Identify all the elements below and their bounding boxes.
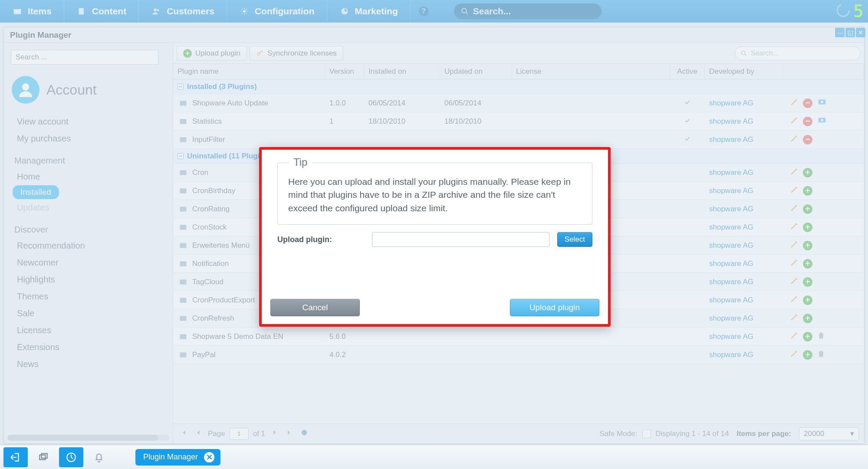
grid-group-row[interactable]: −Installed (3 Plugins) [173, 79, 864, 94]
install-icon[interactable]: + [803, 350, 812, 360]
remove-icon[interactable]: − [803, 135, 812, 144]
developer-link[interactable]: shopware AG [709, 351, 753, 359]
page-first-button[interactable] [178, 427, 189, 440]
developer-link[interactable]: shopware AG [709, 259, 753, 268]
global-search[interactable]: Search... [454, 3, 602, 19]
upload-plugin-button[interactable]: +Upload plugin [177, 46, 247, 61]
edit-icon[interactable] [790, 276, 799, 287]
edit-icon[interactable] [790, 185, 799, 196]
col-updated[interactable]: Updated on [440, 64, 512, 79]
close-button[interactable]: ✕ [856, 28, 865, 37]
col-active[interactable]: Active [670, 64, 705, 79]
table-row[interactable]: Statistics118/10/201018/10/2010shopware … [173, 112, 864, 131]
edit-icon[interactable] [790, 240, 799, 251]
sidebar-link-home[interactable]: Home [4, 168, 173, 185]
close-icon[interactable]: ✕ [204, 452, 214, 462]
page-prev-button[interactable] [193, 427, 204, 440]
sidebar-link-extensions[interactable]: Extensions [4, 339, 173, 356]
cancel-button[interactable]: Cancel [270, 299, 360, 316]
developer-link[interactable]: shopware AG [709, 332, 753, 341]
install-icon[interactable]: + [803, 314, 812, 323]
taskbar-windows-icon[interactable] [31, 447, 56, 467]
install-icon[interactable]: + [803, 277, 812, 287]
sidebar-link-updates[interactable]: Updates [4, 199, 173, 216]
install-icon[interactable]: + [803, 295, 812, 305]
nav-marketing[interactable]: Marketing [327, 0, 411, 23]
col-license[interactable]: License [512, 64, 670, 79]
install-icon[interactable]: + [803, 168, 812, 177]
nav-customers[interactable]: Customers [139, 0, 227, 23]
developer-link[interactable]: shopware AG [709, 223, 753, 232]
taskbar-cache-icon[interactable] [59, 447, 83, 467]
col-installed[interactable]: Installed on [364, 64, 440, 79]
developer-link[interactable]: shopware AG [709, 296, 753, 305]
install-icon[interactable]: + [803, 223, 812, 232]
refresh-button[interactable] [299, 427, 309, 440]
edit-icon[interactable] [790, 167, 799, 178]
delete-icon[interactable] [817, 349, 825, 361]
install-icon[interactable]: + [803, 332, 812, 341]
delete-icon[interactable] [817, 331, 825, 342]
edit-icon[interactable] [790, 258, 799, 269]
edit-icon[interactable] [790, 295, 799, 305]
sidebar-link-sale[interactable]: Sale [4, 305, 173, 322]
sidebar-link-view-account[interactable]: View account [4, 113, 173, 130]
upload-file-input[interactable] [372, 232, 549, 247]
sidebar-link-newcomer[interactable]: Newcomer [4, 254, 173, 271]
maximize-button[interactable]: ◱ [845, 28, 855, 37]
page-next-button[interactable] [270, 427, 280, 440]
install-icon[interactable]: + [803, 259, 812, 269]
edit-icon[interactable] [790, 349, 799, 360]
nav-content[interactable]: Content [64, 0, 139, 23]
taskbar-logout-icon[interactable] [3, 447, 28, 467]
sidebar-link-highlights[interactable]: Highlights [4, 271, 173, 288]
sidebar-link-installed[interactable]: Installed [13, 185, 59, 199]
help-icon[interactable]: ? [411, 6, 437, 16]
ipp-select[interactable]: 20000▾ [799, 427, 859, 440]
sidebar-link-news[interactable]: News [4, 356, 173, 373]
developer-link[interactable]: shopware AG [709, 117, 753, 126]
developer-link[interactable]: shopware AG [709, 241, 753, 250]
remove-icon[interactable]: − [803, 98, 812, 108]
upload-submit-button[interactable]: Upload plugin [510, 299, 599, 316]
edit-icon[interactable] [790, 313, 799, 324]
install-icon[interactable]: + [803, 241, 812, 250]
nav-items[interactable]: Items [0, 0, 64, 23]
minimize-button[interactable]: — [835, 28, 845, 37]
edit-icon[interactable] [790, 134, 799, 145]
install-icon[interactable]: + [803, 204, 812, 214]
reinstall-icon[interactable] [817, 115, 827, 127]
developer-link[interactable]: shopware AG [709, 168, 753, 177]
taskbar-plugin-manager-pill[interactable]: Plugin Manager ✕ [135, 449, 220, 466]
edit-icon[interactable] [790, 331, 799, 342]
select-file-button[interactable]: Select [557, 232, 592, 247]
table-row[interactable]: Shopware 5 Demo Data EN5.6.0shopware AG+ [173, 328, 864, 346]
col-name[interactable]: Plugin name [173, 64, 325, 79]
edit-icon[interactable] [790, 116, 799, 127]
table-row[interactable]: InputFiltershopware AG− [173, 131, 864, 149]
edit-icon[interactable] [790, 203, 799, 214]
developer-link[interactable]: shopware AG [709, 187, 753, 195]
developer-link[interactable]: shopware AG [709, 278, 753, 286]
developer-link[interactable]: shopware AG [709, 314, 753, 323]
developer-link[interactable]: shopware AG [709, 135, 753, 144]
table-row[interactable]: Shopware Auto Update1.0.006/05/201406/05… [173, 94, 864, 112]
edit-icon[interactable] [790, 222, 799, 233]
collapse-icon[interactable]: − [178, 84, 184, 90]
sidebar-link-themes[interactable]: Themes [4, 288, 173, 305]
collapse-icon[interactable]: − [178, 153, 184, 159]
install-icon[interactable]: + [803, 186, 812, 196]
sync-licenses-button[interactable]: Synchronize licenses [250, 46, 343, 61]
col-version[interactable]: Version [325, 64, 364, 79]
developer-link[interactable]: shopware AG [709, 99, 753, 108]
sidebar-link-my-purchases[interactable]: My purchases [4, 130, 173, 147]
developer-link[interactable]: shopware AG [709, 205, 753, 213]
edit-icon[interactable] [790, 98, 799, 108]
reinstall-icon[interactable] [817, 97, 827, 109]
page-last-button[interactable] [284, 427, 295, 440]
sidebar-link-recommendation[interactable]: Recommendation [4, 237, 173, 254]
table-row[interactable]: PayPal4.0.2shopware AG+ [173, 346, 864, 364]
sidebar-scrollbar[interactable] [7, 435, 169, 441]
nav-configuration[interactable]: Configuration [227, 0, 327, 23]
col-developed[interactable]: Developed by [705, 64, 783, 79]
